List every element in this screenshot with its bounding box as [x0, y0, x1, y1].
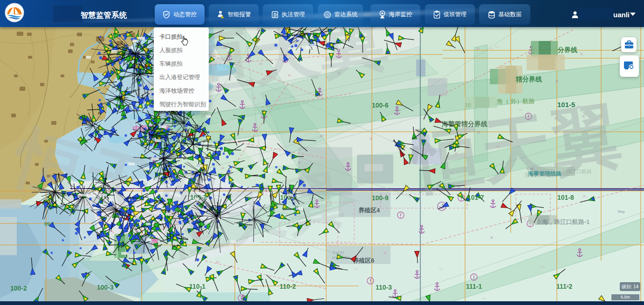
svg-text:110-3: 110-3	[376, 284, 392, 291]
svg-text:Rep: Rep	[527, 167, 534, 171]
svg-text:100-9: 100-9	[372, 194, 389, 202]
svg-text:Rep: Rep	[618, 210, 625, 214]
svg-text:100-2: 100-2	[10, 285, 27, 292]
svg-text:110-2: 110-2	[280, 283, 296, 290]
svg-text:分界线: 分界线	[557, 46, 577, 54]
svg-text:养殖区4: 养殖区4	[358, 207, 380, 214]
svg-text:111-2: 111-2	[556, 283, 572, 290]
svg-text:角（ 外）航路: 角（ 外）航路	[496, 98, 535, 105]
svg-text:110-1: 110-1	[189, 283, 206, 290]
svg-text:100-3: 100-3	[97, 284, 114, 291]
svg-text:101-7: 101-7	[467, 194, 484, 201]
svg-text:海域管理线路: 海域管理线路	[524, 172, 558, 178]
svg-text:海警管辖分界线: 海警管辖分界线	[441, 120, 487, 128]
svg-text:辖分界线: 辖分界线	[515, 75, 542, 83]
svg-text:珠江口航路: 珠江口航路	[566, 169, 592, 174]
svg-text:Cargo: Cargo	[333, 250, 344, 255]
svg-text:上海，珠江口航路-1: 上海，珠江口航路-1	[536, 218, 590, 225]
svg-text:101-5: 101-5	[557, 101, 575, 108]
svg-text:100-6: 100-6	[372, 102, 389, 109]
svg-text:10: 10	[465, 102, 471, 108]
svg-text:111-1: 111-1	[466, 283, 482, 290]
svg-text:101-8: 101-8	[557, 194, 574, 201]
